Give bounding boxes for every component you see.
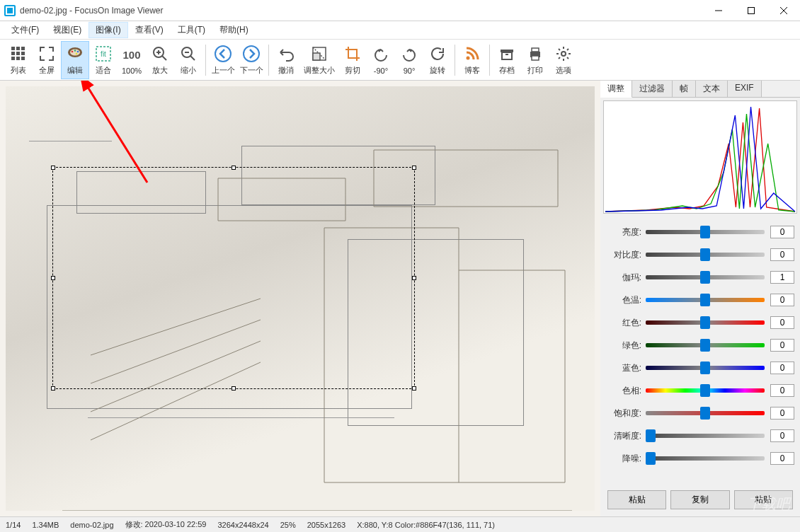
slider-track[interactable] bbox=[646, 320, 765, 325]
tool-label: 放大 bbox=[152, 65, 168, 76]
打印-icon bbox=[525, 44, 545, 64]
slider-thumb[interactable] bbox=[700, 294, 710, 306]
slider-value[interactable]: 0 bbox=[770, 362, 794, 374]
tool-旋转[interactable]: 旋转 bbox=[423, 41, 452, 79]
tool-选项[interactable]: 选项 bbox=[549, 41, 578, 79]
上一个-icon bbox=[213, 44, 233, 64]
slider-thumb[interactable] bbox=[700, 316, 710, 329]
tool-调整大小[interactable]: 调整大小 bbox=[300, 41, 338, 79]
slider-track[interactable] bbox=[646, 298, 765, 302]
tool-适合[interactable]: fit适合 bbox=[89, 41, 118, 79]
slider-value[interactable]: 0 bbox=[770, 339, 794, 352]
slider-thumb[interactable] bbox=[646, 429, 656, 442]
minimize-button[interactable] bbox=[702, 0, 735, 21]
slider-track[interactable] bbox=[646, 230, 765, 234]
maximize-button[interactable] bbox=[735, 0, 767, 21]
histogram bbox=[603, 100, 797, 214]
panel-button-0[interactable]: 粘贴 bbox=[607, 490, 666, 509]
slider-track[interactable] bbox=[646, 388, 765, 393]
panel-button-1[interactable]: 复制 bbox=[670, 490, 729, 509]
tool-打印[interactable]: 打印 bbox=[521, 41, 549, 79]
slider-track[interactable] bbox=[646, 366, 765, 370]
100%-icon: 100 bbox=[122, 45, 142, 65]
panel-tab-调整[interactable]: 调整 bbox=[600, 81, 632, 98]
slider-value[interactable]: 0 bbox=[770, 226, 794, 238]
slider-value[interactable]: 1 bbox=[770, 271, 794, 284]
panel-tab-过滤器[interactable]: 过滤器 bbox=[632, 81, 673, 97]
tool-label: 博客 bbox=[464, 65, 480, 76]
tool-label: 缩小 bbox=[181, 65, 196, 76]
tool-剪切[interactable]: 剪切 bbox=[338, 41, 367, 79]
tool-100%[interactable]: 100100% bbox=[118, 41, 146, 79]
panel-tab-帧[interactable]: 帧 bbox=[673, 81, 696, 97]
slider-thumb[interactable] bbox=[700, 407, 710, 420]
panel-button-2[interactable]: 粘贴 bbox=[734, 490, 793, 509]
slider-row-6: 蓝色:0 bbox=[606, 357, 794, 379]
tool-编辑[interactable]: 编辑 bbox=[61, 41, 89, 79]
tool-缩小[interactable]: 缩小 bbox=[174, 41, 202, 79]
slider-thumb[interactable] bbox=[700, 384, 710, 397]
tool-放大[interactable]: 放大 bbox=[146, 41, 174, 79]
svg-rect-23 bbox=[313, 53, 320, 60]
slider-row-9: 清晰度:0 bbox=[606, 424, 794, 447]
slider-track[interactable] bbox=[646, 275, 765, 279]
slider-track[interactable] bbox=[646, 411, 765, 415]
旋转-icon bbox=[428, 44, 447, 64]
slider-value[interactable]: 0 bbox=[770, 384, 794, 397]
tool-label: 适合 bbox=[96, 65, 111, 76]
status-dimensions: 3264x2448x24 bbox=[212, 521, 274, 529]
svg-point-12 bbox=[72, 51, 74, 53]
slider-thumb[interactable] bbox=[700, 248, 710, 261]
window-title: demo-02.jpg - FocusOn Image Viewer bbox=[20, 6, 702, 16]
slider-label: 清晰度: bbox=[606, 430, 646, 442]
slider-track[interactable] bbox=[646, 456, 765, 461]
slider-row-5: 绿色:0 bbox=[606, 334, 794, 357]
slider-row-7: 色相:0 bbox=[606, 379, 794, 402]
menu-5[interactable]: 帮助(H) bbox=[212, 22, 256, 38]
menu-3[interactable]: 查看(V) bbox=[128, 22, 171, 38]
tool-下一个[interactable]: 下一个 bbox=[237, 41, 265, 79]
编辑-icon bbox=[65, 44, 85, 64]
tool-博客[interactable]: 博客 bbox=[458, 41, 486, 79]
canvas[interactable] bbox=[0, 81, 600, 516]
panel-tab-EXIF[interactable]: EXIF bbox=[728, 81, 762, 97]
selection-marquee[interactable] bbox=[52, 167, 415, 389]
svg-rect-1 bbox=[11, 47, 15, 50]
slider-thumb[interactable] bbox=[700, 339, 710, 352]
slider-value[interactable]: 0 bbox=[770, 248, 794, 261]
menu-1[interactable]: 视图(E) bbox=[46, 22, 88, 38]
slider-label: 色温: bbox=[606, 294, 646, 306]
slider-value[interactable]: 0 bbox=[770, 407, 794, 420]
slider-track[interactable] bbox=[646, 253, 765, 257]
svg-rect-27 bbox=[505, 54, 508, 55]
svg-point-24 bbox=[467, 57, 470, 60]
slider-thumb[interactable] bbox=[700, 271, 710, 284]
slider-value[interactable]: 0 bbox=[770, 452, 794, 465]
svg-rect-26 bbox=[502, 52, 512, 59]
slider-value[interactable]: 0 bbox=[770, 429, 794, 442]
menu-2[interactable]: 图像(I) bbox=[88, 22, 127, 38]
tool-90°[interactable]: 90° bbox=[395, 41, 423, 79]
tool-撤消[interactable]: 撤消 bbox=[272, 41, 300, 79]
slider-thumb[interactable] bbox=[700, 362, 710, 374]
menu-0[interactable]: 文件(F) bbox=[4, 22, 46, 38]
slider-track[interactable] bbox=[646, 343, 765, 347]
slider-track[interactable] bbox=[646, 434, 765, 438]
tool-全屏[interactable]: 全屏 bbox=[33, 41, 61, 79]
slider-thumb[interactable] bbox=[700, 226, 710, 238]
tool-存档[interactable]: 存档 bbox=[493, 41, 521, 79]
tool-列表[interactable]: 列表 bbox=[4, 41, 33, 79]
menu-4[interactable]: 工具(T) bbox=[171, 22, 212, 38]
slider-thumb[interactable] bbox=[646, 452, 656, 465]
tool--90°[interactable]: -90° bbox=[367, 41, 395, 79]
close-button[interactable] bbox=[767, 0, 800, 21]
panel-tab-文本[interactable]: 文本 bbox=[696, 81, 728, 97]
tool-上一个[interactable]: 上一个 bbox=[209, 41, 237, 79]
slider-row-2: 伽玛:1 bbox=[606, 266, 794, 289]
svg-rect-2 bbox=[16, 47, 20, 50]
slider-label: 蓝色: bbox=[606, 362, 646, 374]
slider-value[interactable]: 0 bbox=[770, 316, 794, 329]
svg-rect-3 bbox=[21, 47, 25, 50]
slider-value[interactable]: 0 bbox=[770, 294, 794, 306]
slider-label: 亮度: bbox=[606, 226, 646, 238]
